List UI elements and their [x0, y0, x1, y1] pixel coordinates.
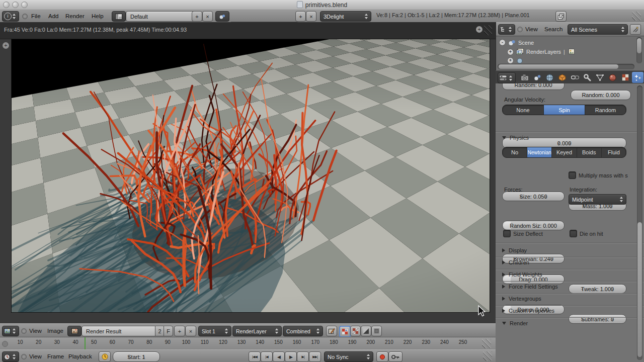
increment-arrow-icon[interactable]: › — [545, 193, 547, 200]
scrollbar-thumb[interactable] — [637, 38, 641, 53]
menu-help[interactable]: Help — [92, 12, 104, 21]
expand-icon[interactable]: + — [507, 57, 514, 64]
record-icon[interactable] — [376, 351, 388, 362]
outliner-row-renderlayers[interactable]: + RenderLayers | — [507, 48, 575, 55]
image-name-field[interactable]: Render Result — [82, 326, 160, 336]
menu-image[interactable]: Image — [47, 326, 63, 335]
tab-material[interactable] — [607, 72, 618, 83]
outliner-row-scene[interactable]: - Scene — [499, 39, 534, 46]
random-rotation-slider[interactable]: Random: 0.000 — [502, 83, 565, 90]
physics-newtonian-button[interactable]: Newtonian — [527, 147, 552, 157]
zdepth-channel-toggle[interactable] — [371, 326, 382, 336]
image-datablock-icon[interactable] — [67, 326, 82, 336]
multiply-mass-checkbox[interactable] — [569, 171, 576, 179]
tab-object[interactable] — [556, 72, 568, 83]
editor-type-selector[interactable] — [498, 24, 515, 35]
display-mode-select[interactable]: All Scenes — [568, 24, 628, 35]
collapse-menus-icon[interactable] — [517, 27, 523, 32]
display-panel-header[interactable]: Display — [502, 247, 527, 253]
menu-view[interactable]: View — [525, 25, 538, 34]
current-frame-marker[interactable] — [85, 337, 86, 350]
collapse-menus-icon[interactable] — [21, 354, 27, 359]
menu-view[interactable]: View — [29, 326, 42, 335]
alpha-channel-toggle[interactable] — [361, 326, 371, 336]
scene-datablock-icon-button[interactable] — [215, 11, 229, 22]
increment-arrow-icon[interactable]: › — [569, 140, 571, 147]
region-expand-icon[interactable]: + — [3, 42, 9, 49]
die-on-hit-checkbox[interactable] — [570, 230, 577, 237]
filter-icon[interactable] — [630, 24, 641, 35]
editor-type-selector[interactable] — [498, 72, 516, 83]
editor-type-selector[interactable] — [2, 351, 19, 362]
force-field-settings-panel-header[interactable]: Force Field Settings — [502, 284, 558, 290]
expand-icon[interactable]: + — [507, 49, 514, 55]
unlink-image-button[interactable]: × — [185, 326, 196, 336]
scrollbar-thumb[interactable] — [499, 64, 618, 69]
random-phase-slider[interactable]: Random: 0.000 — [571, 90, 631, 100]
timeline-ruler[interactable]: 1020304050607080901001101201301401501601… — [0, 337, 496, 350]
editor-type-selector[interactable] — [2, 326, 19, 336]
render-layer-select[interactable]: RenderLayer — [232, 326, 282, 336]
new-image-button[interactable]: + — [174, 326, 185, 336]
editor-type-selector[interactable]: i — [2, 11, 19, 22]
collapse-menus-icon[interactable] — [21, 328, 27, 334]
menu-add[interactable]: Add — [48, 12, 58, 21]
rgb-channel-toggle[interactable] — [350, 326, 361, 336]
size-slider[interactable]: ‹Size: 0.050› — [502, 192, 565, 201]
add-layout-button[interactable]: + — [192, 11, 202, 22]
rgba-channel-toggle[interactable] — [339, 326, 351, 337]
custom-properties-panel-header[interactable]: Custom Properties — [502, 308, 554, 314]
size-deflect-checkbox[interactable] — [503, 230, 511, 237]
play-reverse-button[interactable]: ◀ — [273, 351, 285, 362]
angular-spin-button[interactable]: Spin — [544, 105, 585, 115]
delete-layout-button[interactable]: × — [202, 11, 213, 22]
render-panel-header[interactable]: Render — [502, 320, 528, 326]
scrollbar-thumb[interactable] — [637, 222, 642, 357]
tab-world[interactable] — [544, 72, 555, 83]
screen-layout-icon-button[interactable] — [112, 11, 126, 22]
integrator-select[interactable]: Midpoint — [569, 194, 626, 205]
tab-constraints[interactable] — [569, 72, 581, 83]
render-pass-select[interactable]: Combined — [283, 326, 323, 336]
random-size-slider[interactable]: Random Siz: 0.000 — [502, 221, 565, 230]
scroller-end-icon[interactable] — [2, 341, 8, 347]
region-resize-handle[interactable] — [484, 25, 492, 35]
increment-arrow-icon[interactable]: › — [611, 286, 613, 293]
vertical-scrollbar[interactable] — [637, 85, 642, 360]
rendered-image[interactable] — [11, 39, 490, 313]
auto-key-icon[interactable] — [388, 351, 403, 362]
increment-arrow-icon[interactable]: › — [551, 255, 553, 262]
menu-frame[interactable]: Frame — [47, 352, 64, 361]
physics-keyed-button[interactable]: Keyed — [552, 147, 577, 157]
fake-user-button[interactable]: F — [164, 326, 173, 336]
tab-modifiers[interactable] — [582, 72, 593, 83]
region-resize-handle[interactable] — [482, 339, 491, 348]
tab-texture[interactable] — [619, 72, 631, 83]
sync-mode-select[interactable]: No Sync — [324, 351, 373, 362]
tab-render[interactable] — [519, 72, 530, 83]
play-button[interactable]: ▶ — [285, 351, 297, 362]
physics-no-button[interactable]: No — [503, 147, 527, 157]
collapse-menus-icon[interactable] — [22, 14, 28, 19]
previous-keyframe-button[interactable]: |◀ — [261, 351, 273, 362]
region-resize-handle[interactable] — [483, 351, 492, 361]
horizontal-scrollbar[interactable] — [498, 64, 634, 69]
duplicate-window-icon[interactable] — [555, 11, 567, 22]
layout-name-field[interactable]: Default — [126, 11, 195, 22]
vertexgroups-panel-header[interactable]: Vertexgroups — [502, 296, 541, 302]
tab-object-data[interactable] — [594, 72, 606, 83]
time-icon-button[interactable] — [99, 351, 111, 362]
subframes-slider[interactable]: ‹Subframes: 0› — [569, 314, 626, 324]
physics-fluid-button[interactable]: Fluid — [602, 147, 626, 157]
jump-to-end-button[interactable]: ▶▶| — [309, 351, 321, 362]
physics-panel-header[interactable]: Physics — [502, 135, 529, 141]
angular-random-button[interactable]: Random — [585, 105, 626, 115]
region-expand-icon[interactable]: + — [476, 26, 482, 33]
increment-arrow-icon[interactable]: › — [143, 353, 145, 360]
menu-playback[interactable]: Playback — [68, 352, 92, 361]
next-keyframe-button[interactable]: ▶| — [297, 351, 309, 362]
add-scene-button[interactable]: + — [295, 11, 306, 22]
collapse-icon[interactable]: - — [499, 39, 506, 46]
increment-arrow-icon[interactable]: › — [611, 316, 613, 323]
region-resize-handle[interactable] — [632, 12, 641, 21]
